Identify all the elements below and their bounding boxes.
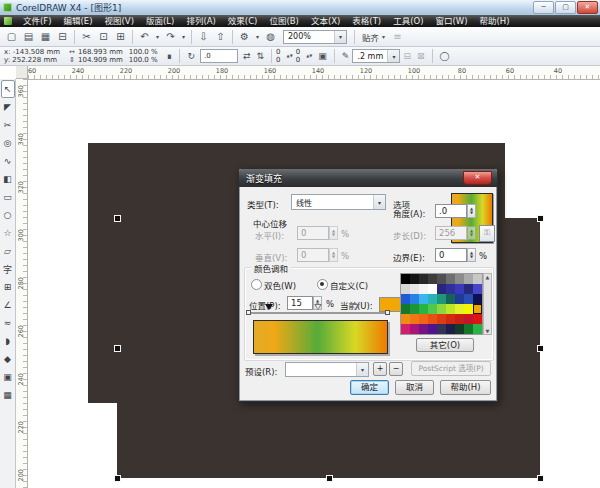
gradient-stop-marker[interactable] [314, 304, 322, 310]
palette-color-swatch[interactable] [473, 294, 482, 304]
shape-tool[interactable]: ◤ [1, 98, 15, 116]
spinner-icon[interactable]: ▲▼ [467, 204, 476, 218]
menu-item[interactable]: 效果(C) [222, 15, 264, 27]
palette-color-swatch[interactable] [464, 294, 473, 304]
other-colors-button[interactable]: 其它(O) [416, 338, 474, 352]
menu-item[interactable]: 视图(V) [99, 15, 140, 27]
menu-item[interactable]: 文本(X) [305, 15, 346, 27]
steps-lock-icon[interactable]: ⚿ [479, 225, 495, 242]
minimize-button[interactable]: ─ [533, 1, 554, 14]
palette-color-swatch[interactable] [428, 294, 437, 304]
palette-color-swatch[interactable] [464, 324, 473, 334]
palette-color-swatch[interactable] [410, 294, 419, 304]
rotation-angle-field[interactable]: .0 [200, 49, 238, 63]
gradient-preview-bar[interactable] [253, 320, 388, 354]
palette-color-swatch[interactable] [428, 274, 437, 284]
add-preset-button[interactable]: + [373, 362, 387, 376]
open-icon[interactable]: ▤ [21, 29, 36, 44]
palette-color-swatch[interactable] [446, 294, 455, 304]
chevron-down-icon[interactable]: ▾ [387, 50, 399, 62]
selection-handle[interactable] [537, 215, 544, 222]
palette-scrollbar[interactable]: ▲ ▼ [483, 273, 492, 335]
gradient-end-marker[interactable] [385, 310, 390, 315]
spinner-icon[interactable]: ▲▼ [329, 226, 338, 240]
palette-color-swatch[interactable] [419, 324, 428, 334]
scroll-down-icon[interactable]: ▼ [486, 328, 490, 334]
palette-color-swatch[interactable] [410, 304, 419, 314]
chamfer-icon[interactable]: ▣ [318, 51, 327, 61]
vertical-field[interactable]: 0 [297, 248, 329, 262]
palette-color-swatch[interactable] [446, 274, 455, 284]
palette-color-swatch[interactable] [446, 314, 455, 324]
close-button[interactable]: ✕ [577, 1, 598, 14]
palette-color-swatch[interactable] [437, 274, 446, 284]
basic-shapes-tool[interactable]: ▱ [1, 242, 15, 260]
mirror-vertical-icon[interactable]: ⇅ [257, 51, 265, 61]
import-icon[interactable]: ⇩ [196, 29, 211, 44]
palette-color-swatch[interactable] [437, 314, 446, 324]
welcome-screen-icon[interactable]: ◍ [263, 29, 278, 44]
spinner-icon[interactable]: ▲▼ [467, 248, 476, 262]
pick-tool[interactable]: ↖ [1, 80, 15, 98]
dimension-tool[interactable]: ∠ [1, 296, 15, 314]
palette-color-swatch[interactable] [437, 324, 446, 334]
redo-icon[interactable]: ↷ [163, 29, 178, 44]
new-document-icon[interactable]: ▢ [4, 29, 19, 44]
remove-preset-button[interactable]: − [389, 362, 403, 376]
selection-handle[interactable] [537, 475, 544, 482]
palette-color-swatch[interactable] [428, 304, 437, 314]
options-icon[interactable]: ≡ [390, 29, 405, 44]
save-icon[interactable]: ▦ [38, 29, 53, 44]
menu-item[interactable]: 工具(O) [387, 15, 429, 27]
chevron-down-icon[interactable]: ▾ [356, 363, 368, 376]
palette-color-swatch[interactable] [446, 284, 455, 294]
outline-width-combo[interactable]: .2 mm ▾ [352, 49, 400, 63]
palette-color-swatch[interactable] [446, 304, 455, 314]
polygon-tool[interactable]: ☆ [1, 224, 15, 242]
smart-fill-tool[interactable]: ◧ [1, 170, 15, 188]
palette-color-swatch[interactable] [401, 314, 410, 324]
outline-pen-tool[interactable]: ◆ [1, 350, 15, 368]
lock-ratio-icon[interactable]: ∎ [167, 51, 173, 61]
palette-color-swatch[interactable] [419, 314, 428, 324]
palette-color-swatch[interactable] [455, 304, 464, 314]
palette-color-swatch[interactable] [401, 294, 410, 304]
ellipse-tool[interactable]: ○ [1, 206, 15, 224]
maximize-button[interactable]: ▢ [555, 1, 576, 14]
table-tool[interactable]: ⊞ [1, 278, 15, 296]
steps-field[interactable]: 256 [435, 226, 467, 240]
palette-color-swatch[interactable] [401, 284, 410, 294]
spinner-icon[interactable]: ▲▼ [467, 226, 476, 240]
menu-item[interactable]: 排列(A) [180, 15, 221, 27]
menu-item[interactable]: 版面(L) [140, 15, 180, 27]
selection-handle[interactable] [114, 345, 121, 352]
palette-color-swatch[interactable] [419, 274, 428, 284]
custom-radio[interactable] [317, 279, 328, 290]
print-icon[interactable]: ⊟ [55, 29, 70, 44]
zoom-level-combo[interactable]: 200% ▾ [283, 30, 347, 44]
launcher-dropdown-icon[interactable]: ▾ [254, 29, 261, 44]
horizontal-ruler[interactable]: 260240220200180160140120100806040 [16, 66, 600, 80]
palette-color-swatch[interactable] [410, 314, 419, 324]
palette-color-swatch[interactable] [455, 274, 464, 284]
cut-icon[interactable]: ✂ [79, 29, 94, 44]
palette-color-swatch[interactable] [419, 304, 428, 314]
snap-to-dropdown[interactable]: 贴齐 ▾ [362, 31, 385, 43]
rectangle-tool[interactable]: ▭ [1, 188, 15, 206]
palette-color-swatch[interactable] [455, 314, 464, 324]
presets-combo[interactable]: ▾ [285, 362, 369, 377]
ruler-origin-box[interactable] [16, 66, 28, 79]
gradient-stop-marker[interactable] [352, 304, 360, 310]
palette-color-swatch[interactable] [437, 284, 446, 294]
blend-tool[interactable]: ≈ [1, 314, 15, 332]
palette-color-swatch[interactable] [464, 304, 473, 314]
gradient-marker-track[interactable] [248, 312, 388, 314]
selection-handle[interactable] [114, 215, 121, 222]
symbol-icon[interactable]: ◯ [440, 51, 450, 61]
redo-dropdown-icon[interactable]: ▾ [180, 29, 187, 44]
selection-handle[interactable] [537, 345, 544, 352]
spinner-icon[interactable]: ▲▼ [329, 248, 338, 262]
menu-item[interactable]: 帮助(H) [474, 15, 516, 27]
palette-color-swatch[interactable] [437, 304, 446, 314]
palette-color-swatch[interactable] [455, 324, 464, 334]
